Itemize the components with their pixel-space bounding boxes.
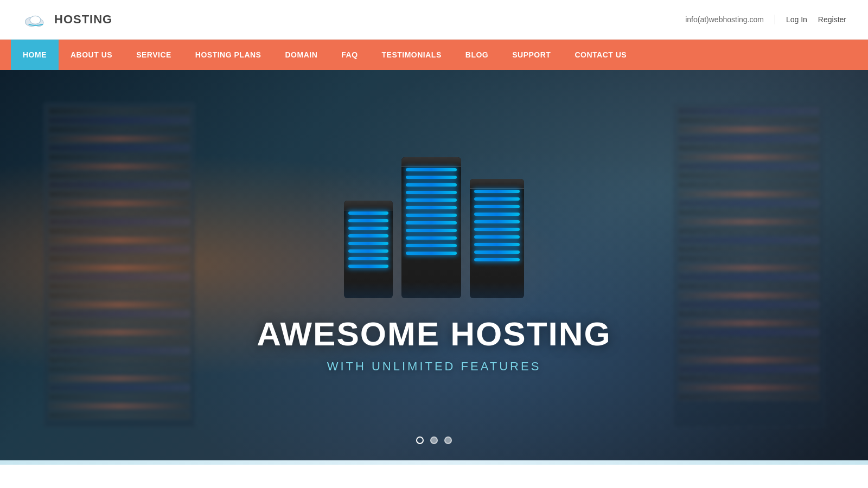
slider-dot-1[interactable] [416, 436, 424, 444]
nav-contact[interactable]: CONTACT US [563, 40, 639, 70]
logo-area: HOSTING [22, 10, 112, 29]
header-divider [775, 15, 775, 24]
site-header: HOSTING info(at)webhosting.com Log In Re… [0, 0, 868, 40]
hero-section: AWESOME HOSTING WITH UNLIMITED FEATURES [0, 70, 868, 460]
nav-hosting-plans[interactable]: HOSTING PLANS [183, 40, 273, 70]
rack-right [673, 102, 825, 428]
rack-left [43, 102, 195, 428]
header-right: info(at)webhosting.com Log In Register [685, 15, 846, 24]
nav-support[interactable]: SUPPORT [500, 40, 563, 70]
slider-dot-3[interactable] [444, 436, 452, 444]
nav-domain[interactable]: DOMAIN [273, 40, 329, 70]
hero-subtitle: WITH UNLIMITED FEATURES [257, 359, 611, 374]
hero-text: AWESOME HOSTING WITH UNLIMITED FEATURES [257, 314, 611, 374]
server-tower-right [470, 179, 524, 298]
register-link[interactable]: Register [818, 15, 846, 24]
slider-dot-2[interactable] [430, 436, 438, 444]
login-link[interactable]: Log In [786, 15, 807, 24]
contact-email: info(at)webhosting.com [685, 15, 764, 24]
nav-about[interactable]: ABOUT US [59, 40, 124, 70]
main-nav: HOME ABOUT US SERVICE HOSTING PLANS DOMA… [0, 40, 868, 70]
nav-service[interactable]: SERVICE [124, 40, 183, 70]
svg-point-2 [30, 16, 41, 24]
bottom-strip [0, 460, 868, 465]
server-tower-center [401, 157, 461, 298]
nav-testimonials[interactable]: TESTIMONIALS [370, 40, 454, 70]
logo-icon [22, 10, 49, 29]
hero-servers [344, 157, 524, 298]
slider-dots [416, 436, 452, 444]
server-tower-left [344, 201, 393, 298]
logo-text: HOSTING [54, 12, 112, 27]
nav-blog[interactable]: BLOG [454, 40, 500, 70]
hero-title: AWESOME HOSTING [257, 314, 611, 353]
nav-faq[interactable]: FAQ [329, 40, 369, 70]
nav-home[interactable]: HOME [11, 40, 59, 70]
